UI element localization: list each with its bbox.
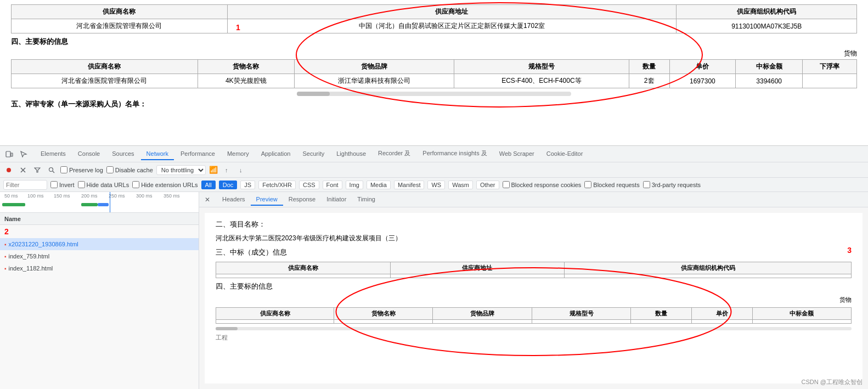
hide-extension-urls-label[interactable]: Hide extension URLs [132,181,198,188]
invert-text: Invert [59,182,75,188]
scroll-bar-area[interactable] [11,92,857,96]
preview-goods-table: 供应商名称 货物名称 货物品牌 规格型号 数量 单价 中标金额 [216,307,852,324]
device-icon[interactable] [3,148,15,160]
tab-console[interactable]: Console [72,148,105,160]
preview-tab-timing[interactable]: Timing [352,194,381,206]
hide-extension-urls-checkbox[interactable] [132,181,139,188]
section4-title: 四、主要标的信息 [11,37,857,47]
filter-font[interactable]: Font [323,181,342,189]
third-party-checkbox[interactable] [643,181,650,188]
preview-tab-headers[interactable]: Headers [217,194,251,206]
search-btn[interactable] [46,165,57,176]
import-btn[interactable]: ↑ [221,165,232,176]
goods-cell-7: 3394600 [735,74,803,88]
hide-extension-urls-text: Hide extension URLs [141,182,198,188]
preserve-log-text: Preserve log [69,167,103,173]
tab-security[interactable]: Security [297,148,330,160]
tab-network[interactable]: Network [141,148,174,160]
invert-checkbox[interactable] [50,181,58,188]
goods-table: 供应商名称 货物名称 货物品牌 规格型号 数量 单价 中标金额 下浮率 河北省金… [11,59,857,88]
tab-performance[interactable]: Performance [175,148,221,160]
goods-col-2: 货物名称 [198,60,294,74]
tab-memory[interactable]: Memory [222,148,255,160]
preview-sup-cell1 [216,274,391,278]
preview-goods-c7 [752,320,851,324]
clear-btn[interactable] [18,165,29,176]
filter-doc[interactable]: Doc [219,181,238,189]
preview-section4: 四、主要标的信息 [216,281,852,291]
preview-scrollbar[interactable] [216,327,852,330]
goods-cell-1: 河北省金淮医院管理有限公司 [12,74,198,88]
col-supplier-name: 供应商名称 [12,5,228,19]
preview-tabs: ✕ Headers Preview Response Initiator Tim… [199,192,868,207]
tab-web-scraper[interactable]: Web Scraper [494,148,540,160]
preview-tab-initiator[interactable]: Initiator [321,194,352,206]
filter-css[interactable]: CSS [299,181,319,189]
preview-section2-label: 二、项目名称： [216,220,266,228]
file-list-header: Name [0,213,199,225]
filter-img[interactable]: Img [346,181,363,189]
disable-cache-label[interactable]: Disable cache [106,166,153,173]
goods-cell-5: 2套 [629,74,669,88]
goods-col-1: 供应商名称 [12,60,198,74]
blocked-cookies-checkbox[interactable] [503,181,510,188]
filter-input[interactable] [3,180,47,190]
preview-sup-col1: 供应商名称 [216,262,391,274]
filter-fetch-xhr[interactable]: Fetch/XHR [258,181,296,189]
throttle-select[interactable]: No throttling [156,165,206,175]
invert-label[interactable]: Invert [50,181,75,188]
file-icon-1: ▪ [4,253,7,260]
tab-sources[interactable]: Sources [106,148,139,160]
tab-cookie-editor[interactable]: Cookie-Editor [541,148,589,160]
filter-ws[interactable]: WS [427,181,445,189]
filter-btn[interactable] [32,165,43,176]
blocked-requests-label[interactable]: Blocked requests [584,181,639,188]
disable-cache-checkbox[interactable] [106,166,114,173]
filter-wasm[interactable]: Wasm [448,181,473,189]
preview-tab-preview[interactable]: Preview [251,194,283,206]
filter-all[interactable]: All [201,181,216,189]
svg-point-3 [7,168,11,172]
inspect-icon[interactable] [18,148,30,160]
tab-performance-insights[interactable]: Performance insights 及 [417,147,492,161]
preview-tab-response[interactable]: Response [283,194,322,206]
preview-project-name: 河北医科大学第二医院2023年省级医疗机构建设发展项目（三） [216,234,852,243]
preview-close-btn[interactable]: ✕ [202,195,212,205]
devtools-icon-group [3,148,30,160]
tab-lighthouse[interactable]: Lighthouse [331,148,371,160]
preserve-log-checkbox[interactable] [60,166,67,173]
file-item-2[interactable]: ▪ index_1182.html [0,262,199,274]
filter-other[interactable]: Other [476,181,499,189]
goods-category: 货物 [11,49,857,58]
hide-data-urls-label[interactable]: Hide data URLs [78,181,129,188]
export-btn[interactable]: ↓ [235,165,246,176]
preview-sup-col3: 供应商组织机构代码 [565,262,852,274]
filter-media[interactable]: Media [367,181,391,189]
tab-elements[interactable]: Elements [35,148,71,160]
devtools-tabbar: Elements Console Sources Network Perform… [0,146,868,162]
wifi-icon: 📶 [209,166,218,174]
preview-panel: ✕ Headers Preview Response Initiator Tim… [199,192,868,389]
goods-cell-6: 1697300 [669,74,735,88]
devtools-main: 50 ms 100 ms 150 ms 200 ms 250 ms 300 ms… [0,192,868,389]
red-number-1: 1 [236,23,240,32]
csdn-watermark: CSDN @工程唯众智创 [802,378,863,386]
preview-goods-h7: 中标金额 [752,308,851,320]
file-item-0[interactable]: ▪ x20231220_1930869.html [0,238,199,250]
tab-application[interactable]: Application [256,148,296,160]
blocked-cookies-label[interactable]: Blocked response cookies [503,181,582,188]
hide-data-urls-checkbox[interactable] [78,181,85,188]
blocked-requests-checkbox[interactable] [584,181,591,188]
third-party-label[interactable]: 3rd-party requests [643,181,701,188]
preview-goods-c2 [334,320,433,324]
goods-cell-3: 浙江华诺康科技有限公司 [294,74,454,88]
record-btn[interactable] [3,165,14,176]
file-name-1: index_759.html [9,253,50,260]
preview-goods-h4: 规格型号 [532,308,630,320]
blocked-cookies-text: Blocked response cookies [511,182,582,188]
filter-manifest[interactable]: Manifest [394,181,425,189]
tab-recorder[interactable]: Recorder 及 [373,147,416,161]
preserve-log-label[interactable]: Preserve log [60,166,103,173]
filter-js[interactable]: JS [240,181,255,189]
file-item-1[interactable]: ▪ index_759.html [0,250,199,262]
